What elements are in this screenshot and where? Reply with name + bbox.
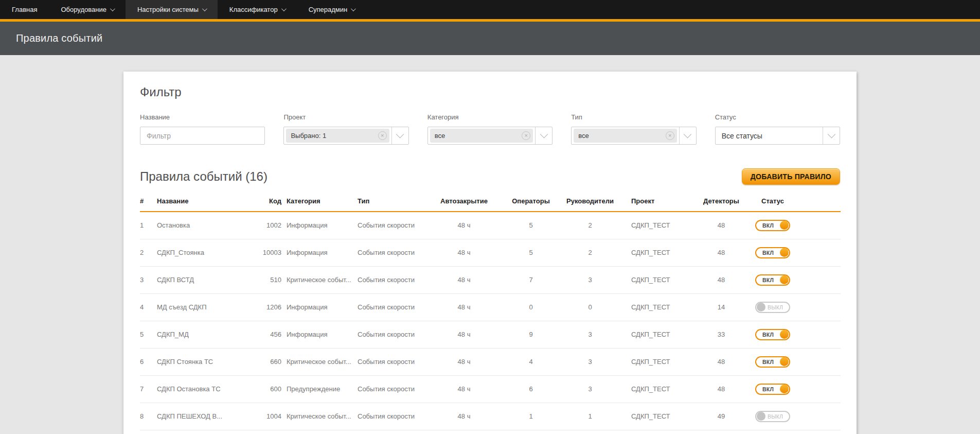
- toggle-knob-icon: [757, 303, 765, 311]
- status-toggle[interactable]: ВКЛ: [755, 220, 790, 231]
- cell-num: 6: [140, 348, 157, 375]
- cell-autoclose: 48 ч: [425, 239, 503, 266]
- cell-filler: [804, 212, 841, 239]
- status-toggle[interactable]: ВКЛ: [755, 247, 790, 258]
- toggle-knob-icon: [780, 275, 789, 284]
- selected-value: Все статусы: [718, 132, 821, 140]
- dropdown-toggle[interactable]: [823, 127, 840, 144]
- cell-name: СДКП Остановка ТС: [157, 375, 240, 403]
- cell-code: 600: [240, 375, 281, 403]
- column-header: Проект: [621, 197, 701, 212]
- table-row: 8СДКП ПЕШЕХОД В...1004Критическое событ.…: [140, 403, 841, 430]
- chevron-down-icon: [110, 6, 115, 11]
- cell-autoclose: 48 ч: [425, 266, 503, 293]
- cell-operators: 4: [503, 348, 559, 375]
- table-row: 5СДКП_МД456ИнформацияСобытия скорости48 …: [140, 321, 841, 348]
- dropdown-toggle[interactable]: [679, 127, 696, 144]
- cell-project: СДКП_ТЕСТ: [621, 212, 701, 239]
- cell-type: События скорости: [358, 321, 425, 348]
- dropdown-toggle[interactable]: [535, 127, 552, 144]
- selected-value: все: [578, 132, 665, 140]
- add-rule-button[interactable]: ДОБАВИТЬ ПРАВИЛО: [742, 168, 840, 185]
- dropdown-5[interactable]: Все статусы: [715, 127, 840, 145]
- cell-status: ВКЛ: [742, 321, 804, 348]
- cell-status: ВКЛ: [742, 212, 804, 239]
- dropdown-2[interactable]: Выбрано: 1×: [283, 127, 408, 145]
- cell-category: Предупреждение: [281, 375, 358, 403]
- cell-num: 7: [140, 375, 157, 403]
- cell-code: 660: [240, 348, 281, 375]
- selected-value: Выбрано: 1: [291, 132, 378, 140]
- cell-type: События скорости: [358, 293, 425, 321]
- cell-code: 1002: [240, 212, 281, 239]
- column-header: Детекторы: [701, 197, 742, 212]
- page-body: Фильтр НазваниеПроектВыбрано: 1×Категори…: [0, 72, 980, 434]
- cell-status: ВКЛ: [742, 266, 804, 293]
- cell-type: События скорости: [358, 403, 425, 430]
- clear-icon[interactable]: ×: [522, 131, 530, 140]
- status-toggle[interactable]: ВКЛ: [755, 384, 790, 395]
- cell-type: События скорости: [358, 266, 425, 293]
- name-filter-input[interactable]: [140, 127, 265, 145]
- cell-operators: 9: [503, 321, 559, 348]
- column-header: Код: [240, 197, 281, 212]
- chevron-down-icon: [281, 6, 287, 11]
- status-toggle[interactable]: ВЫКЛ: [755, 302, 790, 313]
- filter-field-5: СтатусВсе статусы: [715, 113, 840, 145]
- chevron-down-icon: [351, 6, 356, 11]
- cell-num: 4: [140, 293, 157, 321]
- selected-value-pill: все×: [430, 129, 533, 143]
- status-toggle[interactable]: ВЫКЛ: [755, 411, 790, 422]
- rules-table-head: #НазваниеКодКатегорияТипАвтозакрытиеОпер…: [140, 197, 841, 212]
- clear-icon[interactable]: ×: [378, 131, 387, 140]
- status-toggle[interactable]: ВКЛ: [755, 329, 790, 340]
- cell-detectors: 48: [701, 348, 742, 375]
- filter-field-2: ПроектВыбрано: 1×: [283, 113, 408, 145]
- nav-item-5[interactable]: Суперадмин: [297, 0, 367, 19]
- cell-managers: 3: [559, 266, 621, 293]
- cell-code: 510: [240, 266, 281, 293]
- column-header: Статус: [742, 197, 804, 212]
- cell-name: СДКП Стоянка ТС: [157, 348, 240, 375]
- page-header: Правила событий: [0, 22, 980, 55]
- cell-managers: 2: [559, 239, 621, 266]
- chevron-down-icon: [540, 130, 548, 138]
- toggle-knob-icon: [757, 412, 765, 421]
- column-header: Название: [157, 197, 240, 212]
- status-badge: ВЫКЛ: [768, 413, 783, 420]
- status-toggle[interactable]: ВКЛ: [755, 356, 790, 368]
- filter-field-1: Название: [140, 113, 265, 145]
- chevron-down-icon: [684, 130, 692, 138]
- nav-item-4[interactable]: Классификатор: [218, 0, 297, 19]
- clear-icon[interactable]: ×: [666, 131, 674, 140]
- top-nav: ГлавнаяОборудованиеНастройки системыКлас…: [0, 0, 980, 19]
- dropdown-4[interactable]: все×: [571, 127, 696, 145]
- cell-detectors: 49: [701, 403, 742, 430]
- cell-num: 3: [140, 266, 157, 293]
- cell-category: Информация: [281, 212, 358, 239]
- selected-value-pill: Выбрано: 1×: [286, 129, 389, 143]
- dropdown-toggle[interactable]: [391, 127, 408, 144]
- cell-project: СДКП_ТЕСТ: [621, 293, 701, 321]
- nav-item-label: Оборудование: [61, 6, 106, 13]
- status-toggle[interactable]: ВКЛ: [755, 274, 790, 286]
- rules-table: #НазваниеКодКатегорияТипАвтозакрытиеОпер…: [140, 197, 841, 430]
- cell-status: ВЫКЛ: [742, 403, 804, 430]
- cell-managers: 3: [559, 321, 621, 348]
- column-header: Тип: [358, 197, 425, 212]
- status-badge: ВКЛ: [762, 332, 774, 338]
- cell-autoclose: 48 ч: [425, 212, 503, 239]
- cell-name: МД съезд СДКП: [157, 293, 240, 321]
- cell-autoclose: 48 ч: [425, 375, 503, 403]
- nav-item-1[interactable]: Главная: [0, 0, 49, 19]
- cell-operators: 0: [503, 293, 559, 321]
- field-label: Тип: [571, 113, 696, 121]
- nav-item-label: Суперадмин: [309, 6, 348, 13]
- cell-autoclose: 48 ч: [425, 321, 503, 348]
- toggle-knob-icon: [780, 221, 789, 230]
- table-row: 1Остановка1002ИнформацияСобытия скорости…: [140, 212, 841, 239]
- dropdown-3[interactable]: все×: [427, 127, 553, 145]
- cell-code: 1206: [240, 293, 281, 321]
- nav-item-3[interactable]: Настройки системы: [126, 0, 218, 19]
- nav-item-2[interactable]: Оборудование: [49, 0, 125, 19]
